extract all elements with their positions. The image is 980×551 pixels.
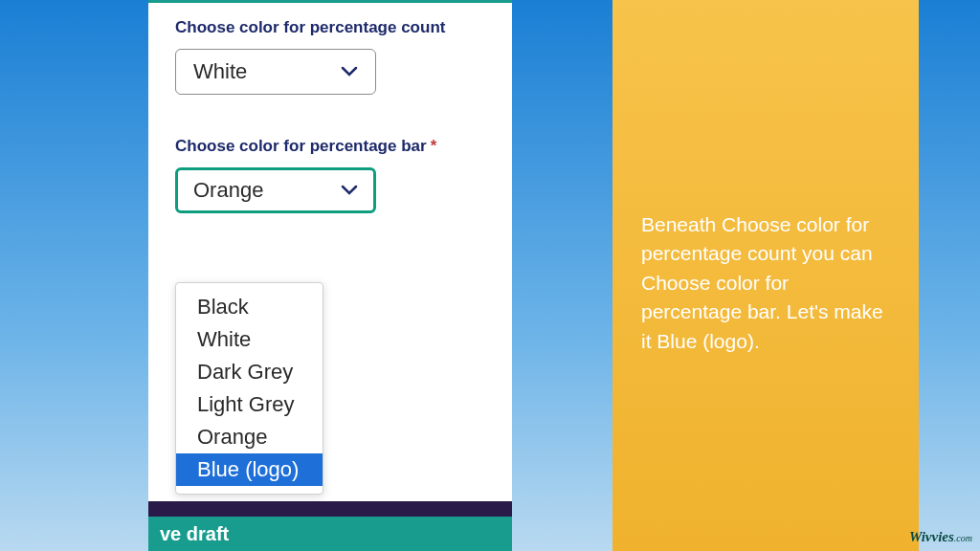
select-percentage-count-value: White [193, 59, 247, 84]
select-percentage-count[interactable]: White [175, 49, 376, 95]
dropdown-option-blue-logo[interactable]: Blue (logo) [176, 453, 323, 486]
dropdown-option-white[interactable]: White [176, 323, 323, 356]
dropdown-percentage-bar: Black White Dark Grey Light Grey Orange … [175, 282, 323, 495]
select-percentage-bar[interactable]: Orange [175, 167, 376, 213]
dropdown-option-dark-grey[interactable]: Dark Grey [176, 356, 323, 388]
dropdown-option-light-grey[interactable]: Light Grey [176, 388, 323, 421]
chevron-down-icon [341, 66, 358, 77]
instruction-text: Beneath Choose color for percentage coun… [641, 210, 894, 356]
chevron-down-icon [341, 185, 358, 196]
field-label-percentage-count: Choose color for percentage count [175, 18, 485, 37]
brand-name: Wivvies.com [909, 529, 972, 544]
footer-teal-band: ve draft [148, 517, 512, 551]
select-percentage-bar-value: Orange [193, 178, 263, 203]
field-percentage-bar: Choose color for percentage bar* Orange [175, 137, 485, 213]
required-indicator: * [431, 137, 437, 155]
dropdown-option-orange[interactable]: Orange [176, 421, 323, 453]
form-panel: Choose color for percentage count White … [148, 0, 512, 551]
brand-logo: Wivvies.com [909, 528, 972, 545]
dropdown-option-black[interactable]: Black [176, 291, 323, 323]
instruction-panel: Beneath Choose color for percentage coun… [612, 0, 919, 551]
field-label-percentage-bar: Choose color for percentage bar* [175, 137, 485, 156]
save-draft-button-fragment[interactable]: ve draft [160, 523, 229, 545]
field-percentage-count: Choose color for percentage count White [175, 18, 485, 95]
